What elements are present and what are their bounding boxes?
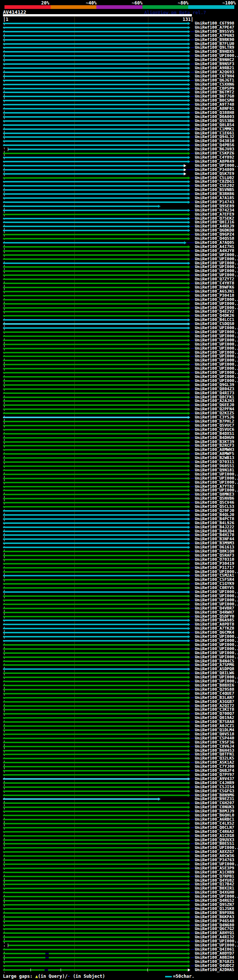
alignment-bar[interactable]	[3, 380, 188, 382]
alignment-bar[interactable]	[3, 851, 188, 853]
alignment-bar[interactable]	[3, 291, 188, 292]
alignment-bar[interactable]	[3, 63, 188, 65]
alignment-bar[interactable]	[3, 352, 188, 353]
alignment-bar[interactable]	[3, 600, 188, 601]
alignment-bar[interactable]	[3, 762, 188, 763]
alignment-bar[interactable]	[3, 668, 188, 670]
alignment-bar[interactable]	[3, 303, 188, 305]
alignment-bar[interactable]	[3, 336, 188, 337]
alignment-bar[interactable]	[3, 230, 188, 231]
alignment-bar[interactable]	[3, 839, 188, 841]
alignment-bar[interactable]	[3, 498, 188, 499]
alignment-bar[interactable]	[3, 59, 188, 61]
alignment-bar[interactable]	[3, 811, 188, 812]
alignment-bar[interactable]	[3, 72, 188, 73]
alignment-bar[interactable]	[3, 738, 188, 739]
alignment-bar[interactable]	[3, 425, 188, 426]
alignment-bar[interactable]	[3, 815, 188, 816]
alignment-bar[interactable]	[3, 47, 188, 48]
alignment-bar[interactable]	[3, 652, 188, 654]
alignment-bar[interactable]	[3, 847, 188, 849]
alignment-bar[interactable]	[3, 145, 188, 146]
alignment-bar[interactable]	[3, 754, 188, 755]
alignment-bar[interactable]	[3, 729, 188, 731]
alignment-bar[interactable]	[3, 916, 188, 918]
alignment-bar[interactable]	[3, 315, 188, 317]
alignment-bar[interactable]	[3, 758, 188, 759]
alignment-bar[interactable]	[3, 393, 188, 394]
alignment-bar[interactable]	[3, 717, 188, 719]
alignment-bar[interactable]	[3, 214, 188, 215]
alignment-bar[interactable]	[3, 604, 188, 605]
alignment-bar[interactable]	[3, 189, 188, 191]
alignment-bar[interactable]	[3, 693, 188, 694]
alignment-bar[interactable]	[3, 39, 188, 41]
alignment-bar[interactable]	[3, 628, 188, 629]
alignment-bar[interactable]	[3, 831, 188, 832]
alignment-bar[interactable]	[3, 201, 188, 203]
alignment-bar[interactable]	[3, 197, 188, 199]
alignment-bar[interactable]	[3, 685, 188, 686]
alignment-bar[interactable]	[3, 23, 188, 24]
alignment-bar[interactable]	[3, 344, 188, 345]
alignment-bar[interactable]	[3, 169, 184, 170]
alignment-bar[interactable]	[3, 409, 188, 410]
alignment-bar[interactable]	[3, 819, 188, 820]
alignment-bar[interactable]	[3, 490, 188, 491]
alignment-bar[interactable]	[3, 551, 188, 552]
alignment-bar[interactable]	[3, 538, 188, 540]
alignment-bar[interactable]	[3, 258, 188, 260]
alignment-bar[interactable]	[3, 949, 188, 950]
alignment-bar[interactable]	[3, 157, 188, 158]
alignment-bar[interactable]	[3, 912, 188, 914]
alignment-bar[interactable]	[3, 583, 188, 585]
alignment-bar[interactable]	[3, 136, 188, 138]
alignment-bar[interactable]	[3, 465, 188, 467]
alignment-bar[interactable]	[3, 218, 188, 219]
alignment-bar[interactable]	[3, 823, 188, 824]
alignment-bar[interactable]	[3, 876, 188, 877]
alignment-bar[interactable]	[3, 892, 188, 893]
alignment-bar[interactable]	[3, 165, 184, 166]
alignment-bar[interactable]	[3, 67, 188, 69]
alignment-bar[interactable]	[3, 733, 188, 735]
alignment-bar[interactable]	[3, 295, 188, 296]
alignment-bar[interactable]	[3, 908, 188, 910]
alignment-bar[interactable]	[3, 445, 188, 446]
alignment-bar[interactable]	[3, 27, 188, 28]
alignment-bar[interactable]	[3, 140, 188, 142]
alignment-bar[interactable]	[3, 624, 188, 625]
alignment-bar[interactable]	[3, 421, 188, 422]
alignment-bar[interactable]	[3, 193, 188, 195]
alignment-bar[interactable]	[3, 746, 188, 747]
alignment-bar[interactable]	[3, 246, 188, 248]
alignment-bar[interactable]	[3, 372, 188, 374]
alignment-bar[interactable]	[3, 932, 188, 934]
alignment-bar[interactable]	[3, 364, 188, 365]
alignment-bar[interactable]	[3, 226, 188, 227]
alignment-bar[interactable]	[3, 632, 188, 633]
alignment-bar[interactable]	[3, 307, 188, 309]
alignment-bar[interactable]	[3, 331, 188, 333]
alignment-bar[interactable]	[3, 778, 188, 780]
alignment-bar[interactable]	[3, 274, 188, 276]
alignment-bar[interactable]	[3, 35, 188, 37]
alignment-bar[interactable]	[3, 185, 188, 186]
alignment-bar[interactable]	[3, 478, 188, 479]
alignment-bar[interactable]	[3, 534, 188, 536]
alignment-bar[interactable]	[3, 713, 188, 714]
alignment-bar[interactable]	[3, 319, 188, 321]
alignment-bar[interactable]	[3, 104, 188, 105]
alignment-bar[interactable]	[3, 620, 188, 621]
alignment-bar[interactable]	[3, 494, 188, 495]
alignment-bar[interactable]	[3, 474, 188, 475]
alignment-bar[interactable]	[3, 262, 188, 264]
alignment-bar[interactable]	[3, 579, 188, 581]
alignment-bar[interactable]	[3, 697, 188, 698]
alignment-bar[interactable]	[3, 880, 188, 881]
alignment-bar[interactable]	[3, 608, 188, 609]
alignment-bar[interactable]	[3, 384, 188, 386]
alignment-bar[interactable]	[3, 327, 188, 329]
alignment-bar[interactable]	[3, 482, 188, 483]
alignment-bar[interactable]	[3, 441, 188, 443]
